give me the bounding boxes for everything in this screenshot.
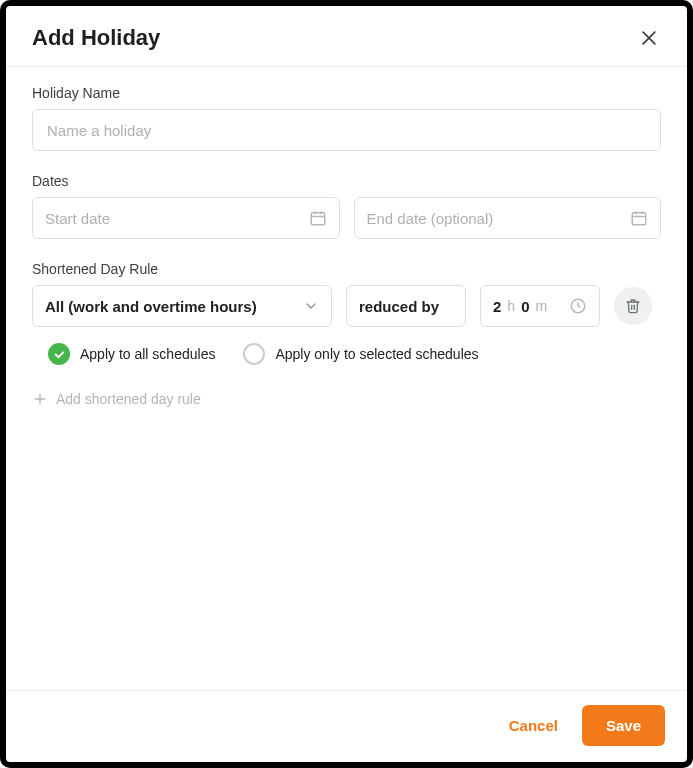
calendar-icon <box>309 209 327 227</box>
holiday-name-input[interactable] <box>32 109 661 151</box>
radio-unchecked-icon <box>243 343 265 365</box>
svg-rect-6 <box>632 213 646 225</box>
add-holiday-modal: Add Holiday Holiday Name Dates Start dat… <box>0 0 693 768</box>
apply-selected-radio[interactable]: Apply only to selected schedules <box>243 343 478 365</box>
plus-icon <box>32 391 48 407</box>
rule-mode-box[interactable]: reduced by <box>346 285 466 327</box>
rule-row: All (work and overtime hours) reduced by… <box>32 285 661 327</box>
rule-type-select[interactable]: All (work and overtime hours) <box>32 285 332 327</box>
modal-header: Add Holiday <box>6 6 687 67</box>
apply-scope-radio-group: Apply to all schedules Apply only to sel… <box>32 343 661 365</box>
trash-icon <box>625 298 641 314</box>
rule-minutes-unit: m <box>535 298 547 314</box>
chevron-down-icon <box>303 298 319 314</box>
shortened-day-rule-section: Shortened Day Rule All (work and overtim… <box>32 261 661 407</box>
start-date-input[interactable]: Start date <box>32 197 340 239</box>
holiday-name-section: Holiday Name <box>32 85 661 151</box>
dates-row: Start date End date (optional) <box>32 197 661 239</box>
cancel-button[interactable]: Cancel <box>499 707 568 744</box>
rule-type-label: All (work and overtime hours) <box>45 298 257 315</box>
radio-checked-icon <box>48 343 70 365</box>
close-icon <box>639 28 659 48</box>
modal-body: Holiday Name Dates Start date End date (… <box>6 67 687 690</box>
dates-label: Dates <box>32 173 661 189</box>
svg-rect-2 <box>311 213 325 225</box>
add-rule-button[interactable]: Add shortened day rule <box>32 391 661 407</box>
modal-footer: Cancel Save <box>6 690 687 762</box>
modal-title: Add Holiday <box>32 25 160 51</box>
dates-section: Dates Start date End date (optional) <box>32 173 661 239</box>
clock-icon <box>569 297 587 315</box>
rule-mode-label: reduced by <box>359 298 439 315</box>
rule-hours: 2 <box>493 298 501 315</box>
start-date-placeholder: Start date <box>45 210 110 227</box>
apply-all-label: Apply to all schedules <box>80 346 215 362</box>
apply-selected-label: Apply only to selected schedules <box>275 346 478 362</box>
add-rule-label: Add shortened day rule <box>56 391 201 407</box>
calendar-icon <box>630 209 648 227</box>
end-date-input[interactable]: End date (optional) <box>354 197 662 239</box>
apply-all-radio[interactable]: Apply to all schedules <box>48 343 215 365</box>
rule-minutes: 0 <box>521 298 529 315</box>
close-button[interactable] <box>635 24 663 52</box>
rule-hours-unit: h <box>507 298 515 314</box>
save-button[interactable]: Save <box>582 705 665 746</box>
holiday-name-label: Holiday Name <box>32 85 661 101</box>
end-date-placeholder: End date (optional) <box>367 210 494 227</box>
rule-duration-input[interactable]: 2 h 0 m <box>480 285 600 327</box>
rule-section-label: Shortened Day Rule <box>32 261 661 277</box>
delete-rule-button[interactable] <box>614 287 652 325</box>
